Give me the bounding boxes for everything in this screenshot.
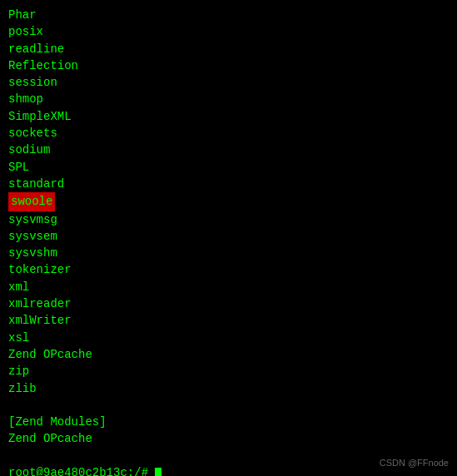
line-reflection: Reflection [8,57,449,74]
line-zip: zip [8,363,449,379]
terminal-window: Phar posix readline Reflection session s… [0,0,457,476]
line-xmlwriter: xmlWriter [8,312,449,329]
line-shmop: shmop [8,91,449,107]
line-posix: posix [8,23,449,40]
line-sodium: sodium [8,141,449,158]
line-simplexml: SimpleXML [8,108,449,125]
line-standard: standard [8,176,449,192]
line-zlib: zlib [8,380,449,397]
line-zend-opcache2: Zend OPcache [8,430,449,447]
line-empty1 [8,397,449,414]
terminal-output: Phar posix readline Reflection session s… [8,7,449,476]
line-xmlreader: xmlreader [8,295,449,312]
line-swoole-wrapper: swoole [8,192,449,211]
line-readline: readline [8,41,449,57]
line-sockets: sockets [8,125,449,141]
line-zend-opcache: Zend OPcache [8,346,449,363]
line-tokenizer: tokenizer [8,261,449,278]
line-xml: xml [8,279,449,295]
watermark: CSDN @FFnode [380,458,449,468]
line-sysvsem: sysvsem [8,228,449,245]
line-sysvshm: sysvshm [8,245,449,261]
line-xsl: xsl [8,330,449,346]
line-swoole: swoole [8,192,55,211]
prompt-text: root@9ae480c2b13c:/# [8,466,155,476]
line-phar: Phar [8,7,449,23]
line-spl: SPL [8,159,449,176]
line-sysvmsg: sysvmsg [8,211,449,228]
line-session: session [8,74,449,91]
cursor [155,468,161,476]
line-zend-modules: [Zend Modules] [8,414,449,430]
